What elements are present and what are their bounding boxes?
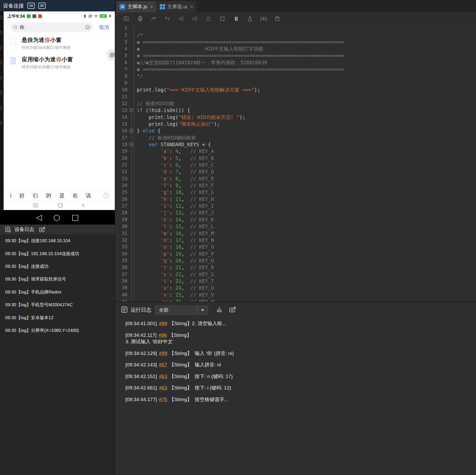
log-ref-link[interactable]: #99 bbox=[159, 351, 167, 356]
code-line[interactable]: 18− var STANDARD_KEYS = { bbox=[115, 141, 476, 148]
menu-icon[interactable] bbox=[33, 204, 38, 207]
code-line[interactable]: 37 's': 22, // KEY_S bbox=[115, 271, 476, 278]
code-line[interactable]: 36 'r': 21, // KEY_R bbox=[115, 264, 476, 271]
code-line[interactable]: 8*/ bbox=[115, 73, 476, 79]
search-cancel-button[interactable]: 取消 bbox=[99, 24, 109, 31]
code-line[interactable]: 6◉//◉交流QQ群711841924群一，苹果内测群，528816639 bbox=[115, 59, 476, 66]
ime-candidate[interactable]: '在 bbox=[72, 192, 78, 199]
device-screenshot-icon[interactable] bbox=[39, 226, 46, 233]
code-line[interactable]: 10print.log("=== HID中文输入智能解决方案 ==="); bbox=[115, 86, 476, 93]
log-ref-link[interactable]: #96 bbox=[159, 332, 167, 338]
pause-icon[interactable] bbox=[233, 15, 239, 22]
code-line[interactable]: 20 'b': 5, // KEY_B bbox=[115, 155, 476, 162]
recent-apps-icon[interactable] bbox=[58, 203, 62, 207]
log-ref-link[interactable]: #89 bbox=[159, 321, 167, 326]
nav-recents-square-icon[interactable]: □ bbox=[72, 213, 79, 221]
close-tab-icon[interactable]: × bbox=[190, 4, 193, 10]
comment-end-icon[interactable]: */ bbox=[164, 15, 171, 22]
clear-search-icon[interactable]: × bbox=[85, 25, 90, 30]
code-line[interactable]: 17 // 标准HID键码映射 bbox=[115, 134, 476, 141]
run-log-entries[interactable]: [09:34:41.001]#89【String】2. 清空输入框...[09:… bbox=[125, 318, 471, 408]
code-line[interactable]: 23 'e': 8, // KEY_E bbox=[115, 175, 476, 182]
code-line[interactable]: 15 print.log("脚本终止执行"); bbox=[115, 121, 476, 127]
code-line[interactable]: 12// 检查HID功能 bbox=[115, 100, 476, 107]
search-result[interactable]: 悬挂为迷你小窗特色功能/自由窗口/操作教程 bbox=[4, 34, 115, 53]
code-line[interactable]: 40 'v': 25, // KEY_V bbox=[115, 291, 476, 298]
zoom-2x-button[interactable]: 2X bbox=[38, 3, 46, 9]
zoom-1x-button[interactable]: 1X bbox=[27, 3, 35, 9]
code-line[interactable]: 13−if (!hid.isOn()) { bbox=[115, 107, 476, 114]
comment-start-icon[interactable]: /* bbox=[150, 15, 157, 22]
code-line[interactable]: 9 bbox=[115, 80, 476, 86]
code-line[interactable]: 32 'n': 17, // KEY_N bbox=[115, 237, 476, 243]
code-line[interactable]: 2/* bbox=[115, 32, 476, 38]
code-line[interactable]: 19 'a': 4, // KEY_A bbox=[115, 148, 476, 155]
ime-candidate[interactable]: 'i bbox=[9, 192, 11, 199]
code-editor[interactable]: 12/*3◉ =================================… bbox=[115, 25, 476, 302]
code-line[interactable]: 30 'l': 15, // KEY_L bbox=[115, 223, 476, 230]
clear-log-icon[interactable] bbox=[215, 306, 222, 313]
code-line[interactable]: 25 'g': 10, // KEY_G bbox=[115, 189, 476, 195]
tab-0[interactable]: JS主脚本.js× bbox=[116, 1, 156, 12]
fold-marker-icon[interactable]: − bbox=[130, 108, 133, 112]
format-code-icon[interactable] bbox=[205, 15, 212, 22]
ime-candidate[interactable]: '的 bbox=[45, 192, 51, 199]
nav-home-circle-icon[interactable]: ○ bbox=[53, 213, 60, 221]
nav-back-triangle-icon[interactable]: ◁ bbox=[36, 213, 42, 221]
back-icon[interactable] bbox=[82, 203, 86, 207]
clear-variables-icon[interactable]: [X] bbox=[260, 15, 267, 22]
log-ref-link[interactable]: #57 bbox=[159, 362, 167, 367]
ime-candidate[interactable]: '是 bbox=[59, 192, 65, 199]
print-icon[interactable] bbox=[137, 15, 143, 22]
log-screenshot-icon[interactable] bbox=[229, 306, 236, 313]
search-input[interactable]: 你 × bbox=[10, 23, 93, 32]
log-ref-link[interactable]: #75 bbox=[159, 397, 167, 402]
fold-marker-icon[interactable]: − bbox=[130, 143, 133, 146]
code-line[interactable]: 26 'h': 11, // KEY_H bbox=[115, 196, 476, 202]
device-log-entry: 09:30【log】192.168.10.104连接成功 bbox=[0, 247, 115, 260]
code-line[interactable]: 14 print.log("错误: HID功能未开启! "); bbox=[115, 114, 476, 121]
search-result[interactable]: 应用缩小为迷你小窗特色功能/自由窗口/操作教程 bbox=[4, 53, 115, 73]
ime-close-icon[interactable]: × bbox=[103, 193, 109, 198]
stop-icon[interactable] bbox=[219, 15, 226, 22]
fold-marker-icon[interactable]: − bbox=[130, 129, 133, 132]
code-line[interactable]: 29 'k': 14, // KEY_K bbox=[115, 216, 476, 223]
log-ref-link[interactable]: #63 bbox=[159, 374, 167, 379]
code-line[interactable]: 28 'j': 13, // KEY_J bbox=[115, 209, 476, 216]
code-line[interactable]: 24 'f': 9, // KEY_F bbox=[115, 182, 476, 189]
code-line[interactable]: 31 'm': 16, // KEY_M bbox=[115, 230, 476, 237]
package-icon[interactable] bbox=[274, 15, 281, 22]
code-line[interactable]: 16−} else { bbox=[115, 127, 476, 134]
code-line[interactable]: 27 'i': 12, // KEY_I bbox=[115, 202, 476, 209]
ime-candidate[interactable]: '说 bbox=[85, 192, 91, 199]
new-file-icon[interactable] bbox=[123, 15, 130, 22]
close-tab-icon[interactable]: × bbox=[150, 4, 153, 10]
log-filter-dropdown-button[interactable] bbox=[197, 306, 208, 315]
code-line[interactable]: 11 bbox=[115, 93, 476, 100]
code-line[interactable]: 22 'd': 7, // KEY_D bbox=[115, 168, 476, 175]
code-line[interactable]: 41 'w': 26, // KEY_W bbox=[115, 298, 476, 302]
tab-1[interactable]: 主界面.ui× bbox=[157, 1, 196, 12]
code-line[interactable]: 33 'o': 18, // KEY_O bbox=[115, 243, 476, 250]
code-line[interactable]: 5◉ =====================================… bbox=[115, 52, 476, 59]
code-line[interactable]: 1 bbox=[115, 25, 476, 32]
code-line[interactable]: 38 't': 23, // KEY_T bbox=[115, 278, 476, 284]
ime-candidate[interactable]: '好 bbox=[19, 192, 25, 199]
log-ref-link[interactable]: #63 bbox=[159, 385, 167, 390]
outdent-icon[interactable] bbox=[178, 15, 184, 22]
indent-icon[interactable] bbox=[191, 15, 198, 22]
code-line[interactable]: 7◉ =====================================… bbox=[115, 66, 476, 73]
code-text: 'e': 8, // KEY_E bbox=[137, 175, 214, 182]
line-number: 30 bbox=[115, 223, 127, 230]
code-line[interactable]: 35 'q': 20, // KEY_Q bbox=[115, 257, 476, 264]
ime-candidate[interactable]: '们 bbox=[32, 192, 38, 199]
code-line[interactable]: 39 'u': 24, // KEY_U bbox=[115, 284, 476, 291]
code-line[interactable]: 34 'p': 19, // KEY_P bbox=[115, 250, 476, 257]
log-filter-select[interactable]: 全部 bbox=[155, 306, 197, 315]
code-line[interactable]: 3◉ =====================================… bbox=[115, 39, 476, 45]
flask-icon[interactable] bbox=[246, 15, 253, 22]
code-line[interactable]: 21 'c': 6, // KEY_C bbox=[115, 162, 476, 168]
code-line[interactable]: 4◉ HID中文输入智能打字功能 bbox=[115, 45, 476, 52]
device-log-list[interactable]: 09:30【log】连接192.168.10.10409:30【log】192.… bbox=[0, 234, 115, 475]
phone-mirror[interactable]: 上午9:34 97 你 × 取消 bbox=[4, 11, 115, 210]
